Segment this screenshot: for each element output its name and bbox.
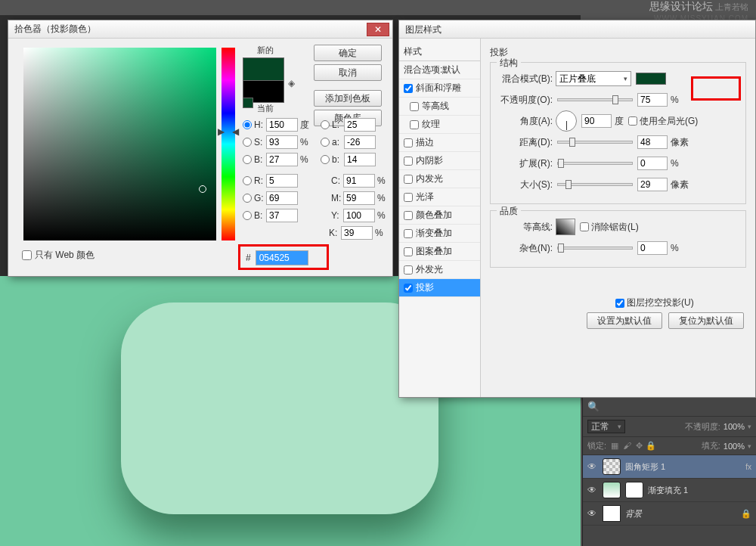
style-item[interactable]: 渐变叠加 bbox=[399, 225, 480, 243]
r-radio[interactable] bbox=[243, 176, 252, 185]
style-item[interactable]: 图案叠加 bbox=[399, 243, 480, 261]
distance-input[interactable] bbox=[637, 135, 668, 149]
visibility-icon[interactable]: 👁 bbox=[587, 508, 598, 519]
color-value-inputs: H: 度 L: S: % a: B: % bbox=[243, 117, 389, 243]
style-item[interactable]: 内发光 bbox=[399, 170, 480, 188]
spread-slider[interactable] bbox=[557, 162, 633, 165]
dialog-titlebar[interactable]: 拾色器（投影颜色） ✕ bbox=[8, 20, 392, 39]
lb-radio[interactable] bbox=[321, 155, 330, 164]
chevron-down-icon[interactable]: ▾ bbox=[748, 423, 751, 430]
r-input[interactable] bbox=[266, 174, 298, 188]
h-radio[interactable] bbox=[243, 120, 252, 129]
s-input[interactable] bbox=[266, 135, 298, 149]
hue-slider-thumb: ▶◀ bbox=[218, 126, 239, 137]
layers-panel: 🔍 正常 不透明度: 100% ▾ 锁定: ▦ 🖌 ✥ 🔒 填充: 100% ▾… bbox=[582, 398, 756, 546]
set-default-button[interactable]: 设置为默认值 bbox=[587, 312, 662, 329]
spread-input[interactable] bbox=[637, 157, 668, 170]
bb-radio[interactable] bbox=[243, 211, 252, 220]
hex-input[interactable] bbox=[256, 250, 308, 265]
web-only-checkbox[interactable]: 只有 Web 颜色 bbox=[22, 249, 94, 262]
antialias-checkbox[interactable]: 消除锯齿(L) bbox=[580, 221, 639, 234]
quality-group: 品质 等高线: 消除锯齿(L) 杂色(N): % bbox=[490, 210, 746, 268]
style-item-dropshadow[interactable]: 投影 bbox=[399, 279, 480, 297]
layer-row[interactable]: 👁 背景 🔒 bbox=[583, 502, 756, 526]
dialog-titlebar[interactable]: 图层样式 bbox=[399, 20, 755, 39]
k-input[interactable] bbox=[341, 226, 373, 240]
g-input[interactable] bbox=[266, 191, 298, 205]
distance-slider[interactable] bbox=[557, 141, 633, 144]
style-list: 样式 混合选项:默认 斜面和浮雕 等高线 纹理 描边 内阴影 内发光 光泽 颜色… bbox=[399, 39, 481, 397]
contour-picker[interactable] bbox=[556, 219, 575, 235]
a-radio[interactable] bbox=[321, 138, 330, 147]
lb-input[interactable] bbox=[344, 153, 376, 166]
close-button[interactable]: ✕ bbox=[367, 23, 389, 36]
cancel-button[interactable]: 取消 bbox=[314, 64, 382, 81]
dialog-title: 拾色器（投影颜色） bbox=[11, 23, 367, 36]
angle-dial[interactable] bbox=[556, 110, 577, 132]
size-slider[interactable] bbox=[557, 183, 633, 186]
style-item[interactable]: 光泽 bbox=[399, 188, 480, 206]
b-input[interactable] bbox=[266, 153, 298, 166]
ok-button[interactable]: 确定 bbox=[314, 45, 382, 61]
c-input[interactable] bbox=[343, 174, 375, 188]
layer-thumb[interactable] bbox=[603, 458, 621, 475]
style-item[interactable]: 颜色叠加 bbox=[399, 206, 480, 225]
noise-slider[interactable] bbox=[557, 247, 633, 250]
zoom-icon[interactable]: 🔍 bbox=[587, 401, 600, 413]
layer-thumb[interactable] bbox=[603, 505, 621, 522]
reset-default-button[interactable]: 复位为默认值 bbox=[668, 312, 744, 329]
color-picker-dialog: 拾色器（投影颜色） ✕ ▶◀ 新的 当前 ◈ 确定 取消 添加到色板 颜色库 H… bbox=[8, 20, 393, 277]
opacity-input[interactable] bbox=[637, 93, 668, 107]
layer-mask-thumb[interactable] bbox=[625, 482, 643, 498]
l-radio[interactable] bbox=[321, 120, 330, 129]
noise-input[interactable] bbox=[637, 241, 668, 255]
blend-mode-dropdown[interactable]: 正片叠底 bbox=[556, 71, 631, 86]
lock-all-icon[interactable]: 🔒 bbox=[646, 441, 656, 451]
h-input[interactable] bbox=[266, 118, 298, 132]
style-item[interactable]: 外发光 bbox=[399, 261, 480, 279]
style-settings: 投影 结构 混合模式(B): 正片叠底 不透明度(O): % 角度(A): bbox=[481, 39, 755, 397]
shadow-color-chip[interactable] bbox=[636, 73, 666, 85]
visibility-icon[interactable]: 👁 bbox=[587, 485, 598, 495]
web-safe-swatch[interactable] bbox=[243, 98, 253, 108]
a-input[interactable] bbox=[344, 135, 376, 149]
s-radio[interactable] bbox=[243, 138, 252, 147]
bb-input[interactable] bbox=[266, 209, 298, 222]
style-item[interactable]: 纹理 bbox=[399, 116, 480, 134]
style-item[interactable]: 内阴影 bbox=[399, 152, 480, 170]
angle-input[interactable] bbox=[581, 114, 612, 128]
gamut-warning-icon[interactable]: ◈ bbox=[288, 78, 297, 87]
y-input[interactable] bbox=[343, 209, 375, 222]
knockout-checkbox[interactable]: 图层挖空投影(U) bbox=[615, 296, 694, 309]
blending-options[interactable]: 混合选项:默认 bbox=[399, 61, 480, 79]
g-radio[interactable] bbox=[243, 194, 252, 203]
lock-pixels-icon[interactable]: 🖌 bbox=[621, 441, 632, 451]
opacity-slider[interactable] bbox=[557, 98, 633, 101]
layer-row[interactable]: 👁 圆角矩形 1 fx bbox=[583, 455, 756, 479]
global-light-checkbox[interactable]: 使用全局光(G) bbox=[628, 115, 698, 128]
add-swatch-button[interactable]: 添加到色板 bbox=[314, 90, 382, 107]
default-buttons: 设置为默认值 复位为默认值 bbox=[587, 312, 744, 329]
l-input[interactable] bbox=[344, 118, 376, 132]
layer-row[interactable]: 👁 渐变填充 1 bbox=[583, 479, 756, 502]
fx-badge[interactable]: fx bbox=[745, 463, 751, 471]
size-input[interactable] bbox=[637, 178, 668, 191]
lock-transparency-icon[interactable]: ▦ bbox=[609, 441, 620, 451]
style-item[interactable]: 斜面和浮雕 bbox=[399, 79, 480, 98]
blend-mode-dropdown[interactable]: 正常 bbox=[587, 420, 625, 433]
lock-icon[interactable]: 🔒 bbox=[741, 509, 751, 519]
style-item[interactable]: 描边 bbox=[399, 134, 480, 152]
layer-thumb[interactable] bbox=[603, 482, 621, 498]
panel-toolbar: 🔍 bbox=[583, 398, 756, 417]
lock-position-icon[interactable]: ✥ bbox=[634, 441, 644, 451]
layer-style-dialog: 图层样式 样式 混合选项:默认 斜面和浮雕 等高线 纹理 描边 内阴影 内发光 … bbox=[398, 20, 756, 398]
visibility-icon[interactable]: 👁 bbox=[587, 461, 598, 472]
b-radio[interactable] bbox=[243, 155, 252, 164]
color-field[interactable] bbox=[23, 48, 216, 240]
m-input[interactable] bbox=[343, 191, 375, 205]
chevron-down-icon[interactable]: ▾ bbox=[748, 442, 751, 450]
style-item[interactable]: 等高线 bbox=[399, 98, 480, 116]
watermark-title: 思缘设计论坛 bbox=[649, 0, 713, 12]
hue-slider[interactable] bbox=[222, 48, 235, 240]
new-color-swatch[interactable] bbox=[243, 57, 284, 80]
